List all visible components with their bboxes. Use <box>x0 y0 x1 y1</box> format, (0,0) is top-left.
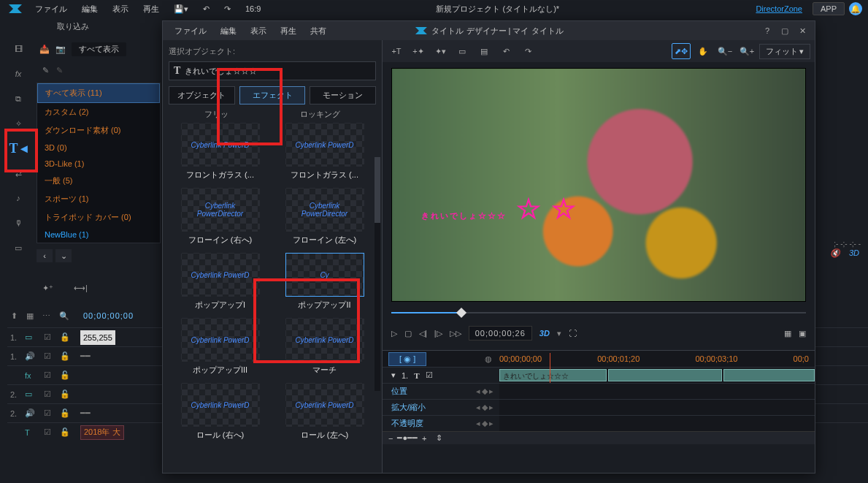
particle-room-icon[interactable]: ✧ <box>6 114 31 133</box>
track-visibility-icon[interactable]: ☑ <box>44 351 55 361</box>
category-item[interactable]: ダウンロード素材 (0) <box>37 121 160 140</box>
timeline-title-clip[interactable]: 2018年 大 <box>80 425 124 440</box>
magic-tool-icon[interactable]: ✦⁺ <box>42 284 53 293</box>
menu-play[interactable]: 再生 <box>137 2 165 16</box>
notification-bell-icon[interactable]: 🔔 <box>849 2 862 15</box>
dlg-zoom-in-icon[interactable]: + <box>422 434 426 443</box>
track-lock-icon[interactable]: 🔓 <box>60 389 72 399</box>
pip-room-icon[interactable]: ⧉ <box>6 89 31 108</box>
tool-undo-icon[interactable]: ↶ <box>496 43 515 59</box>
menu-file[interactable]: ファイル <box>29 2 73 16</box>
tool-rect-icon[interactable]: ▭ <box>453 43 472 59</box>
next-frame-icon[interactable]: |▷ <box>434 329 442 338</box>
undo-icon[interactable]: ↶ <box>197 3 215 15</box>
keyframe-mode-button[interactable]: [ ◉ ] <box>388 352 426 366</box>
dlg-menu-file[interactable]: ファイル <box>169 25 212 37</box>
tab-effect[interactable]: エフェクト <box>239 86 306 104</box>
tool-align-icon[interactable]: ▤ <box>475 43 493 59</box>
kf-next-icon[interactable]: ▸ <box>489 403 493 412</box>
kf-prev-icon[interactable]: ◂ <box>476 403 480 412</box>
category-item[interactable]: スポーツ (1) <box>37 190 160 208</box>
expand-down-icon[interactable]: ⌄ <box>55 249 72 262</box>
transport-3d-button[interactable]: 3D <box>539 329 550 338</box>
audio-room-icon[interactable]: ♪ <box>6 189 31 208</box>
effect-thumbnail[interactable]: Cyberlink PowerD フロントガラス (... <box>274 123 375 180</box>
dlg-menu-share[interactable]: 共有 <box>304 25 332 37</box>
fit-dropdown[interactable]: フィット▾ <box>759 44 810 59</box>
menu-view[interactable]: 表示 <box>107 2 134 16</box>
fast-forward-icon[interactable]: ▷▷ <box>450 329 461 338</box>
menu-edit[interactable]: 編集 <box>76 2 104 16</box>
effect-thumbnail[interactable]: Cyberlink PowerD ポップアップI <box>170 253 270 311</box>
redo-icon[interactable]: ↷ <box>218 3 237 15</box>
effect-scrollbar[interactable] <box>375 157 380 391</box>
timeline-dots-icon[interactable]: ⋯ <box>40 311 53 321</box>
timeline-clip[interactable]: 255,255 <box>80 330 115 345</box>
tab-object[interactable]: オブジェクト <box>169 86 235 104</box>
kf-title-segment-a[interactable]: きれいでしょ☆☆☆ <box>499 369 607 381</box>
directorzone-link[interactable]: DirectorZone <box>750 3 808 15</box>
track-visibility-icon[interactable]: ☑ <box>44 332 55 342</box>
dlg-zoom-out-icon[interactable]: − <box>388 434 393 443</box>
dlg-menu-view[interactable]: 表示 <box>245 25 272 37</box>
volume-line-icon[interactable]: ━━ <box>80 408 91 418</box>
kf-property-track[interactable] <box>499 384 815 399</box>
effect-thumbnail[interactable]: Cyberlink PowerD ロール (左へ) <box>274 383 375 441</box>
kf-next-icon[interactable]: ▸ <box>489 419 493 428</box>
kf-prev-icon[interactable]: ◂ <box>476 387 480 396</box>
timeline-zoom-icon[interactable]: 🔍 <box>57 311 72 321</box>
dlg-menu-edit[interactable]: 編集 <box>215 25 242 37</box>
kf-collapse-icon[interactable]: ▾ <box>391 370 396 380</box>
split-tool-icon[interactable]: ⟷| <box>74 284 88 293</box>
timeline-view-icon[interactable]: ▦ <box>24 311 36 321</box>
safezone-icon[interactable]: ▣ <box>799 329 806 338</box>
grid-icon[interactable]: ▦ <box>784 329 791 338</box>
category-item[interactable]: カスタム (2) <box>37 103 160 121</box>
category-item[interactable]: NewBlue (1) <box>37 227 160 243</box>
effect-thumbnail[interactable]: Cyberlink PowerD ポップアップIII <box>170 318 270 376</box>
track-lock-icon[interactable]: 🔓 <box>60 332 72 342</box>
dlg-help-icon[interactable]: ? <box>761 24 774 37</box>
mute-icon[interactable]: 🔇 <box>830 248 840 258</box>
add-text-icon[interactable]: +T <box>387 43 406 59</box>
category-item[interactable]: 3D-Like (1) <box>37 156 160 172</box>
timeline-export-icon[interactable]: ⬆ <box>9 311 20 321</box>
effect-thumbnail[interactable]: Cyberlink PowerD マーチ <box>274 318 375 376</box>
kf-title-segment-b[interactable] <box>608 369 722 381</box>
title-text-input[interactable] <box>185 66 371 75</box>
app-button[interactable]: APP <box>813 2 845 15</box>
scrub-handle[interactable] <box>456 308 466 318</box>
dlg-menu-play[interactable]: 再生 <box>274 25 302 37</box>
preview-canvas[interactable]: きれいでしょ☆☆☆ ☆ ☆ <box>391 68 806 302</box>
prev-frame-icon[interactable]: ◁| <box>419 329 427 338</box>
kf-property-track[interactable] <box>499 400 815 415</box>
play-icon[interactable]: ▷ <box>391 329 397 338</box>
effect-thumbnail[interactable]: Cyberlink PowerDirector フローイン (右へ) <box>170 188 270 246</box>
pen-tool-icon[interactable]: ✎ <box>42 66 49 75</box>
import-icon[interactable]: 📥 <box>39 45 50 54</box>
select-mode-icon[interactable]: ⬈✥ <box>672 43 691 59</box>
track-visibility-icon[interactable]: ☑ <box>44 408 55 418</box>
effect-thumbnail[interactable]: Cyberlink PowerDirector フローイン (左へ) <box>274 188 375 246</box>
kf-prev-icon[interactable]: ◂ <box>476 419 480 428</box>
dlg-zoom-slider[interactable]: ━●━━ <box>397 433 418 443</box>
dlg-timeline-expand-icon[interactable]: ⇕ <box>436 433 442 443</box>
category-item[interactable]: トライポッド カバー (0) <box>37 208 160 227</box>
brush-tool-icon[interactable]: ✎ <box>56 66 63 75</box>
track-lock-icon[interactable]: 🔓 <box>60 427 72 437</box>
fullscreen-icon[interactable]: ⛶ <box>569 329 577 338</box>
category-item[interactable]: すべて表示 (11) <box>37 83 160 103</box>
collapse-left-icon[interactable]: ‹ <box>37 249 53 262</box>
transition-room-icon[interactable]: ⇄ <box>6 164 31 183</box>
tool-redo-icon[interactable]: ↷ <box>518 43 537 59</box>
fx-room-icon[interactable]: fx <box>6 64 31 83</box>
kf-title-segment-c[interactable] <box>723 369 815 381</box>
track-visibility-icon[interactable]: ☑ <box>44 389 55 399</box>
media-room-icon[interactable]: 🎞 <box>6 39 31 58</box>
stop-icon[interactable]: ▢ <box>404 329 412 338</box>
volume-line-icon[interactable]: ━━ <box>80 351 91 361</box>
dlg-close-icon[interactable]: ✕ <box>796 24 809 37</box>
capture-tab[interactable]: 取り込み <box>57 21 89 32</box>
voice-room-icon[interactable]: 🎙 <box>6 213 31 232</box>
effect-thumbnail[interactable]: Cyberlink PowerD ロール (右へ) <box>170 383 270 441</box>
